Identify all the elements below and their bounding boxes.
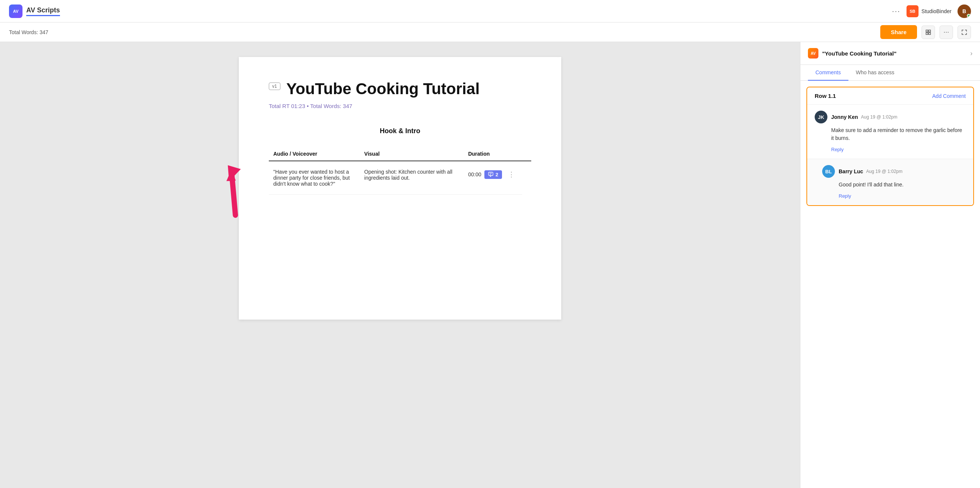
col-visual: Visual [360,147,464,161]
toolbar: Total Words: 347 Share ··· [0,22,980,42]
more-options-icon[interactable]: ··· [892,7,900,15]
cell-duration: 00:00 2 ⋮ [464,161,522,195]
app-title: AV Scripts [26,6,60,16]
cell-visual: Opening shot: Kitchen counter with all i… [360,161,464,195]
comment-1-body: Make sure to add a reminder to remove th… [831,126,966,142]
svg-rect-3 [929,33,931,35]
expand-icon [961,29,967,35]
svg-marker-8 [223,169,239,185]
comment-2-meta: Barry Luc Aug 19 @ 1:02pm [838,168,902,174]
panel-header: AV "YouTube Cooking Tutorial" › [800,42,980,65]
comment-2-body: Good point! I'll add that line. [838,181,966,189]
doc-subtitle: Total RT 01:23 • Total Words: 347 [269,103,531,109]
studio-binder-label: StudioBinder [921,8,951,14]
comment-badge[interactable]: 2 [484,170,502,179]
toolbar-dots-btn[interactable]: ··· [940,26,953,39]
sb-icon: SB [907,5,918,17]
svg-rect-4 [488,172,493,175]
comment-2-reply-button[interactable]: Reply [838,193,851,199]
svg-rect-0 [926,30,928,32]
panel-title-row: AV "YouTube Cooking Tutorial" [808,48,896,59]
comment-2-author: Barry Luc [838,168,863,174]
row-label: Row 1.1 [815,92,836,99]
top-nav: AV AV Scripts ··· SB StudioBinder B [0,0,980,22]
comment-item-2: BL Barry Luc Aug 19 @ 1:02pm Good point!… [807,159,973,205]
panel-title: "YouTube Cooking Tutorial" [822,50,896,57]
share-button[interactable]: Share [880,25,917,39]
tab-comments[interactable]: Comments [808,65,848,81]
comment-2-avatar: BL [822,165,835,178]
document-area: v1 YouTube Cooking Tutorial Total RT 01:… [0,42,800,488]
nav-left: AV AV Scripts [9,5,60,18]
comment-1-header: JK Jonny Ken Aug 19 @ 1:02pm [815,111,966,123]
panel-chevron-icon[interactable]: › [970,49,972,57]
panel-tabs: Comments Who has access [800,65,980,81]
duration-action-cell: 00:00 2 ⋮ [468,169,518,180]
svg-rect-2 [926,33,928,35]
comment-section: Row 1.1 Add Comment JK Jonny Ken Aug 19 … [807,87,974,206]
studio-binder-button[interactable]: SB StudioBinder [907,5,951,17]
nav-right: ··· SB StudioBinder B [892,5,971,18]
panel-av-icon: AV [808,48,818,59]
comment-section-header: Row 1.1 Add Comment [807,88,973,105]
comment-icon [488,172,493,177]
avatar[interactable]: B [958,5,971,18]
comment-1-reply-button[interactable]: Reply [831,147,843,152]
doc-title: YouTube Cooking Tutorial [286,80,480,98]
av-logo: AV [9,5,22,18]
toolbar-right: Share ··· [880,25,971,39]
add-comment-button[interactable]: Add Comment [932,93,966,99]
comments-area: Row 1.1 Add Comment JK Jonny Ken Aug 19 … [800,81,980,488]
svg-rect-1 [929,30,931,32]
sidebar-panel: AV "YouTube Cooking Tutorial" › Comments… [800,42,980,488]
section-heading: Hook & Intro [269,127,531,135]
comment-1-author: Jonny Ken [831,114,858,120]
row-more-icon[interactable]: ⋮ [505,169,518,180]
main-layout: v1 YouTube Cooking Tutorial Total RT 01:… [0,42,980,488]
duration-value: 00:00 [468,171,481,177]
toolbar-expand-btn[interactable] [958,26,971,39]
comment-1-time: Aug 19 @ 1:02pm [861,115,897,120]
comment-1-avatar: JK [815,111,827,123]
version-badge: v1 [269,83,280,90]
comment-1-meta: Jonny Ken Aug 19 @ 1:02pm [831,114,897,120]
col-audio: Audio / Voiceover [269,147,360,161]
tab-who-has-access[interactable]: Who has access [848,65,902,81]
toolbar-icon-btn-1[interactable] [921,26,935,39]
cell-audio: "Have you ever wanted to host a dinner p… [269,161,360,195]
script-table: Audio / Voiceover Visual Duration "Have … [269,147,531,195]
comment-item-1: JK Jonny Ken Aug 19 @ 1:02pm Make sure t… [807,105,973,159]
comment-2-time: Aug 19 @ 1:02pm [866,169,902,174]
online-indicator [967,14,970,18]
share-icon [925,29,931,35]
doc-header: v1 YouTube Cooking Tutorial [269,80,531,98]
total-words: Total Words: 347 [9,29,48,35]
col-duration: Duration [464,147,522,161]
comment-2-header: BL Barry Luc Aug 19 @ 1:02pm [822,165,966,178]
table-row: "Have you ever wanted to host a dinner p… [269,161,531,195]
doc-page: v1 YouTube Cooking Tutorial Total RT 01:… [239,57,561,320]
